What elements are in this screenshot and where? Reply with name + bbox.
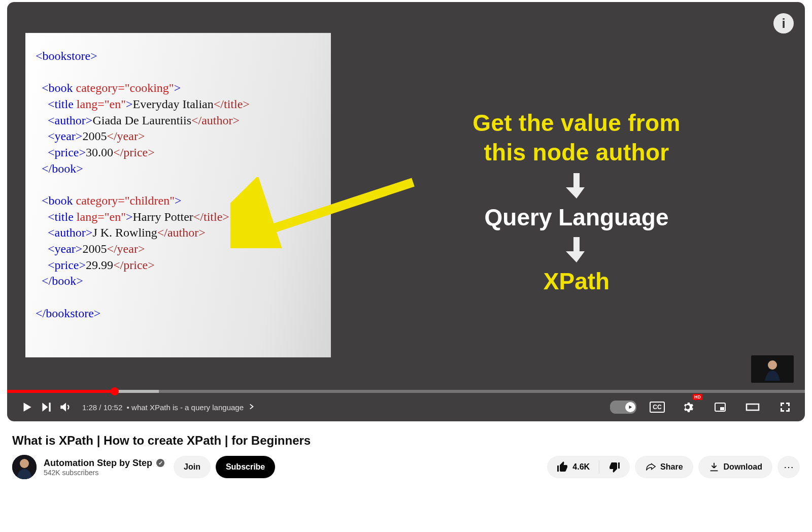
autoplay-toggle[interactable] — [610, 401, 636, 414]
channel-avatar[interactable] — [12, 455, 37, 479]
slide-right-panel: Get the value from this node author Quer… — [368, 109, 785, 295]
captions-button[interactable]: CC — [650, 402, 665, 413]
like-button[interactable]: 4.6K — [547, 456, 599, 478]
play-button[interactable] — [17, 397, 37, 417]
svg-rect-4 — [747, 404, 759, 410]
miniplayer-button[interactable] — [710, 397, 730, 417]
subscriber-count: 542K subscribers — [44, 469, 164, 477]
info-card-button[interactable]: i — [773, 13, 794, 34]
slide-headline2: this node author — [368, 138, 785, 168]
more-actions-button[interactable]: ⋯ — [777, 456, 800, 478]
like-dislike-group: 4.6K — [547, 456, 630, 478]
subscribe-button[interactable]: Subscribe — [216, 456, 275, 478]
share-button[interactable]: Share — [635, 456, 693, 478]
time-display: 1:28 / 10:52 • what XPath is - a query l… — [82, 403, 255, 412]
chapter-label[interactable]: what XPath is - a query language — [131, 403, 244, 412]
join-button[interactable]: Join — [174, 456, 211, 478]
next-button[interactable] — [37, 397, 56, 417]
quality-badge: HD — [693, 394, 702, 400]
down-arrow-icon — [368, 235, 785, 263]
video-player[interactable]: <bookstore> <book category="cooking"> <t… — [7, 2, 805, 421]
like-count: 4.6K — [572, 462, 590, 472]
svg-rect-3 — [720, 407, 724, 410]
download-button[interactable]: Download — [698, 456, 772, 478]
slide-final-label: XPath — [368, 268, 785, 295]
verified-icon: ✓ — [156, 459, 164, 467]
slide-headline1: Get the value from — [368, 109, 785, 138]
volume-button[interactable] — [56, 397, 75, 417]
player-controls: 1:28 / 10:52 • what XPath is - a query l… — [7, 393, 805, 421]
settings-button[interactable]: HD — [678, 397, 697, 417]
fullscreen-button[interactable] — [775, 397, 795, 417]
theater-button[interactable] — [743, 397, 762, 417]
channel-name[interactable]: Automation Step by Step ✓ — [44, 458, 164, 469]
current-time: 1:28 — [82, 403, 97, 412]
svg-point-1 — [768, 360, 777, 370]
chevron-right-icon[interactable] — [248, 403, 255, 412]
dislike-button[interactable] — [599, 456, 630, 478]
svg-point-6 — [20, 459, 29, 468]
down-arrow-icon — [368, 171, 785, 200]
slide-mid-label: Query Language — [368, 204, 785, 231]
presenter-thumbnail[interactable] — [751, 355, 794, 383]
total-time: 10:52 — [104, 403, 123, 412]
video-title: What is XPath | How to create XPath | fo… — [12, 434, 800, 448]
